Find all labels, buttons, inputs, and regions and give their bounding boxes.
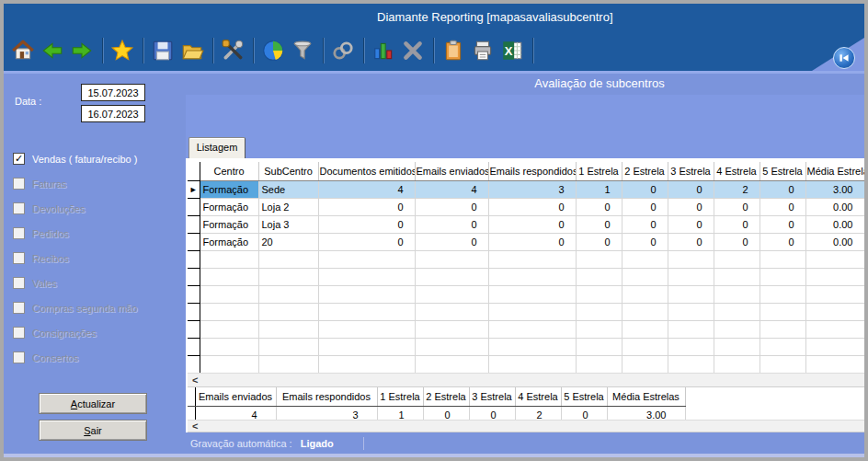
tab-listagem[interactable]: Listagem	[188, 137, 246, 158]
grid-cell[interactable]	[415, 355, 488, 373]
row-indicator[interactable]	[188, 320, 200, 338]
grid-cell[interactable]	[668, 338, 714, 355]
grid-cell[interactable]	[318, 303, 415, 320]
row-indicator[interactable]	[188, 198, 200, 215]
grid-cell[interactable]	[805, 268, 864, 285]
column-header[interactable]: Média Estrelas	[805, 162, 864, 180]
checkbox-item[interactable]: Consignações	[13, 320, 188, 345]
grid-cell[interactable]: 0	[714, 198, 760, 215]
grid-cell[interactable]	[622, 285, 668, 303]
grid-cell[interactable]	[805, 355, 864, 373]
date-to-input[interactable]	[81, 105, 145, 122]
row-indicator[interactable]	[188, 355, 200, 373]
grid-cell[interactable]	[258, 250, 318, 268]
sair-button[interactable]: Sair	[39, 420, 147, 441]
grid-cell[interactable]	[258, 303, 318, 320]
checkbox-item[interactable]: Vales	[13, 271, 188, 295]
column-header[interactable]: Emails enviados	[415, 162, 488, 180]
grid-cell[interactable]: 0	[668, 180, 714, 198]
checkbox-item[interactable]: Devoluções	[13, 196, 188, 221]
checkbox-item[interactable]: Pedidos	[13, 221, 188, 246]
grid-cell[interactable]	[576, 303, 622, 320]
grid-cell[interactable]	[318, 320, 415, 338]
grid-cell[interactable]	[714, 320, 760, 338]
main-table-hscrollbar[interactable]: <	[188, 373, 864, 387]
column-header[interactable]: 5 Estrela	[760, 162, 805, 180]
grid-cell[interactable]	[668, 303, 714, 320]
grid-cell[interactable]: 1	[576, 180, 622, 198]
grid-cell[interactable]	[714, 338, 760, 355]
grid-cell[interactable]	[488, 303, 576, 320]
grid-cell[interactable]	[622, 250, 668, 268]
grid-cell[interactable]: Formação	[200, 198, 258, 215]
grid-cell[interactable]	[258, 320, 318, 338]
grid-cell[interactable]	[760, 268, 805, 285]
grid-cell[interactable]	[805, 303, 864, 320]
grid-cell[interactable]: 0	[415, 233, 488, 250]
table-row[interactable]	[188, 320, 864, 338]
grid-cell[interactable]	[714, 355, 760, 373]
grid-cell[interactable]: 0	[488, 215, 576, 233]
grid-cell[interactable]: 0	[415, 215, 488, 233]
checkbox-box[interactable]	[13, 178, 25, 190]
table-row[interactable]	[188, 303, 864, 320]
chart-globe-icon[interactable]	[261, 39, 285, 63]
column-header[interactable]: SubCentro	[258, 162, 318, 180]
favorites-star-icon[interactable]	[110, 39, 134, 63]
actualizar-button[interactable]: Actualizar	[39, 393, 147, 414]
grid-cell[interactable]: Sede	[258, 180, 318, 198]
grid-cell[interactable]	[415, 285, 488, 303]
excel-export-icon[interactable]: X	[500, 39, 524, 63]
grid-cell[interactable]: 0.00	[805, 198, 864, 215]
forward-icon[interactable]	[70, 39, 94, 63]
grid-cell[interactable]	[488, 338, 576, 355]
grid-cell[interactable]: 0	[318, 233, 415, 250]
grid-cell[interactable]	[714, 268, 760, 285]
table-row[interactable]	[188, 355, 864, 373]
grid-cell[interactable]: 0	[488, 233, 576, 250]
row-indicator[interactable]	[188, 233, 200, 250]
print-icon[interactable]	[471, 39, 495, 63]
grid-cell[interactable]	[805, 320, 864, 338]
grid-cell[interactable]	[576, 338, 622, 355]
grid-cell[interactable]	[415, 268, 488, 285]
grid-cell[interactable]	[200, 250, 258, 268]
grid-cell[interactable]	[668, 355, 714, 373]
grid-cell[interactable]	[318, 338, 415, 355]
checkbox-box[interactable]	[13, 202, 25, 214]
grid-cell[interactable]: 0	[714, 215, 760, 233]
grid-cell[interactable]: 2	[714, 180, 760, 198]
grid-cell[interactable]	[258, 338, 318, 355]
table-row[interactable]	[188, 250, 864, 268]
grid-cell[interactable]: 0	[668, 233, 714, 250]
checkbox-box[interactable]	[13, 352, 25, 363]
grid-cell[interactable]	[622, 268, 668, 285]
checkbox-item[interactable]: Recibos	[13, 246, 188, 271]
grid-cell[interactable]	[318, 355, 415, 373]
grid-cell[interactable]: 0	[415, 198, 488, 215]
grid-cell[interactable]	[714, 303, 760, 320]
checkbox-box[interactable]	[13, 227, 25, 239]
grid-cell[interactable]: 0	[714, 233, 760, 250]
row-indicator[interactable]: ►	[188, 180, 200, 198]
grid-cell[interactable]	[318, 250, 415, 268]
grid-cell[interactable]	[415, 338, 488, 355]
open-folder-icon[interactable]	[180, 39, 204, 63]
column-header[interactable]: 3 Estrela	[668, 162, 714, 180]
grid-cell[interactable]	[668, 250, 714, 268]
back-icon[interactable]	[40, 39, 64, 63]
grid-cell[interactable]	[200, 320, 258, 338]
grid-cell[interactable]	[488, 285, 576, 303]
checkbox-item[interactable]: Compras segunda mão	[13, 295, 188, 320]
table-row[interactable]	[188, 285, 864, 303]
grid-cell[interactable]	[488, 268, 576, 285]
column-header[interactable]: Emails respondidos	[488, 162, 576, 180]
grid-cell[interactable]	[714, 250, 760, 268]
tools-icon[interactable]	[221, 39, 245, 63]
date-from-input[interactable]	[81, 84, 145, 101]
grid-cell[interactable]: 0.00	[805, 233, 864, 250]
column-header[interactable]: 2 Estrela	[622, 162, 668, 180]
row-indicator[interactable]	[188, 250, 200, 268]
checkbox-item[interactable]: Faturas	[13, 171, 188, 196]
table-row[interactable]: FormaçãoLoja 3000000000.00	[188, 215, 864, 233]
